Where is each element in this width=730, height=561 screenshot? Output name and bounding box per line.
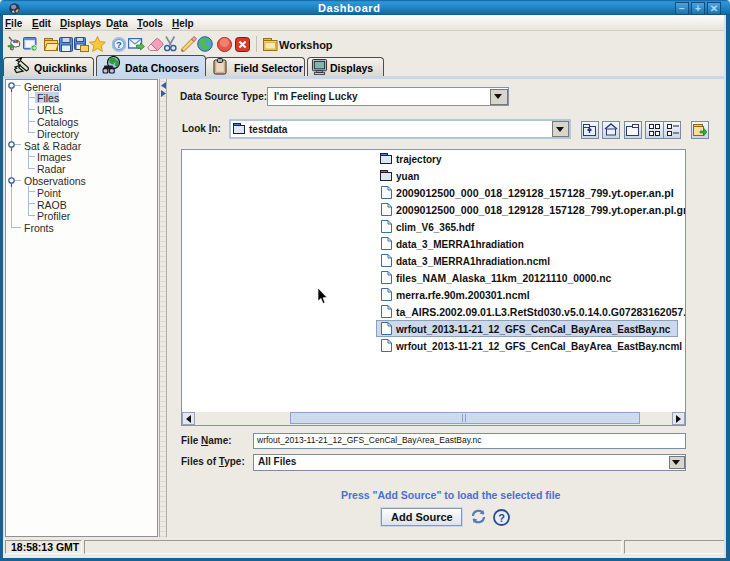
svg-text:?: ? (116, 39, 122, 50)
svg-text:?: ? (498, 511, 505, 523)
